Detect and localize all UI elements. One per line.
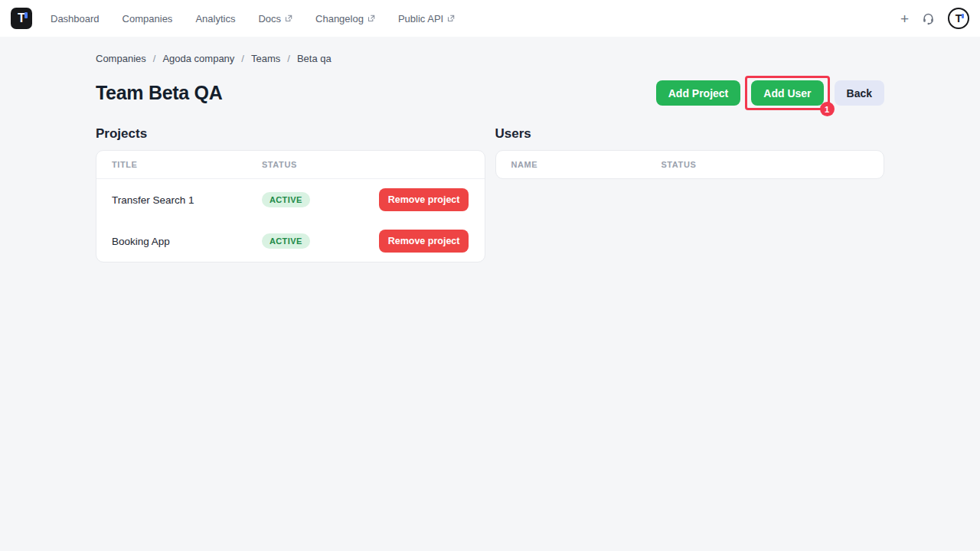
external-link-icon <box>447 15 455 22</box>
user-avatar[interactable]: T <box>948 8 969 29</box>
breadcrumb-separator: / <box>287 53 290 64</box>
nav-item-dashboard[interactable]: Dashboard <box>51 13 100 24</box>
app-logo[interactable]: T <box>11 8 32 29</box>
support-headset-icon[interactable] <box>922 12 935 25</box>
nav-menu: Dashboard Companies Analytics Docs Chang… <box>51 13 478 24</box>
users-table-header: Name Status <box>496 151 884 178</box>
projects-section: Projects Title Status Transfer Search 1 … <box>96 126 485 262</box>
external-link-icon <box>368 15 375 22</box>
project-title: Transfer Search 1 <box>112 194 262 206</box>
page-title: Team Beta QA <box>96 82 222 104</box>
status-badge: ACTIVE <box>262 233 310 249</box>
nav-item-label: Changelog <box>315 13 364 24</box>
nav-item-companies[interactable]: Companies <box>122 13 173 24</box>
page-content: Companies / Agoda company / Teams / Beta… <box>96 53 884 262</box>
external-link-icon <box>285 15 292 22</box>
column-header-status: Status <box>661 160 868 169</box>
breadcrumb-separator: / <box>241 53 244 64</box>
add-project-button[interactable]: Add Project <box>656 80 741 106</box>
top-navbar: T Dashboard Companies Analytics Docs Cha… <box>0 0 980 37</box>
column-header-name: Name <box>511 160 662 169</box>
back-button[interactable]: Back <box>835 80 884 106</box>
nav-item-label: Public API <box>398 13 443 24</box>
remove-project-button[interactable]: Remove project <box>379 230 469 253</box>
nav-item-docs[interactable]: Docs <box>258 13 292 24</box>
add-user-button[interactable]: Add User <box>751 80 823 106</box>
nav-item-label: Dashboard <box>51 13 100 24</box>
annotation-badge-1: 1 <box>820 102 835 116</box>
avatar-letter: T <box>956 13 962 24</box>
breadcrumb-beta-qa[interactable]: Beta qa <box>297 53 332 64</box>
nav-item-public-api[interactable]: Public API <box>398 13 455 24</box>
table-row: Booking App ACTIVE Remove project <box>96 220 485 262</box>
remove-project-button[interactable]: Remove project <box>379 188 469 211</box>
projects-heading: Projects <box>96 126 485 142</box>
app-logo-accent <box>24 12 28 18</box>
project-title: Booking App <box>112 236 262 247</box>
page-header: Team Beta QA Add Project Add User 1 Back <box>96 76 884 110</box>
column-header-status: Status <box>262 160 469 169</box>
breadcrumb-teams[interactable]: Teams <box>251 53 280 64</box>
column-header-title: Title <box>112 160 262 169</box>
breadcrumb-agoda-company[interactable]: Agoda company <box>162 53 234 64</box>
nav-item-changelog[interactable]: Changelog <box>315 13 375 24</box>
nav-item-analytics[interactable]: Analytics <box>195 13 235 24</box>
breadcrumb: Companies / Agoda company / Teams / Beta… <box>96 53 884 64</box>
projects-table: Title Status Transfer Search 1 ACTIVE Re… <box>96 150 485 262</box>
sections-grid: Projects Title Status Transfer Search 1 … <box>96 126 884 262</box>
breadcrumb-companies[interactable]: Companies <box>96 53 146 64</box>
users-heading: Users <box>495 126 885 142</box>
avatar-accent <box>962 14 964 18</box>
users-section: Users Name Status <box>495 126 885 262</box>
nav-item-label: Analytics <box>195 13 235 24</box>
nav-item-label: Companies <box>122 13 173 24</box>
breadcrumb-separator: / <box>153 53 156 64</box>
header-actions: Add Project Add User 1 Back <box>656 76 884 110</box>
table-row: Transfer Search 1 ACTIVE Remove project <box>96 179 485 220</box>
users-table: Name Status <box>495 150 885 179</box>
status-badge: ACTIVE <box>262 192 310 207</box>
projects-table-header: Title Status <box>96 151 485 179</box>
navbar-right: + T <box>900 8 969 29</box>
nav-item-label: Docs <box>258 13 281 24</box>
plus-icon[interactable]: + <box>900 11 909 26</box>
annotation-highlight: Add User 1 <box>745 76 829 110</box>
